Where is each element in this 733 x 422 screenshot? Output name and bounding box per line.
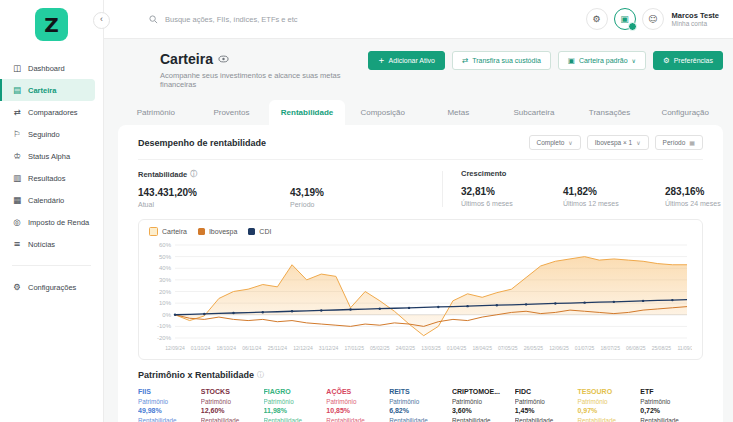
sidebar-item-status-alpha[interactable]: ♔Status Alpha <box>0 145 103 167</box>
stat-block: 143.431,20%Atual <box>138 186 290 209</box>
allocation-name: STOCKS <box>201 387 264 397</box>
filter-label: Período <box>663 139 686 146</box>
info-icon[interactable]: ⓘ <box>190 169 197 179</box>
tab-metas[interactable]: Metas <box>421 100 497 125</box>
eye-icon[interactable] <box>218 55 229 63</box>
sidebar-item-label: Resultados <box>28 174 66 183</box>
performance-chart: CarteiraIbovespaCDI 60%50%40%30%20%10%0%… <box>138 219 703 360</box>
legend-swatch <box>149 227 158 236</box>
legend-item-cdi[interactable]: CDI <box>248 228 271 235</box>
allocation-name: FIDC <box>515 387 578 397</box>
sidebar-item-noticias[interactable]: ≡Notícias <box>0 233 103 255</box>
stat-block: 283,16%Últimos 24 meses <box>665 185 723 208</box>
sidebar-collapse-button[interactable]: ‹ <box>93 12 110 29</box>
filter-completo[interactable]: Completo∨ <box>529 135 581 150</box>
legend-item-ibovespa[interactable]: Ibovespa <box>198 228 237 235</box>
stat-value: 283,16% <box>665 185 723 199</box>
search-input[interactable] <box>163 14 357 25</box>
svg-text:13/03/25: 13/03/25 <box>421 345 441 351</box>
header-button-adicionar-ativo[interactable]: +Adicionar Ativo <box>368 51 445 70</box>
app-root: Z ‹ ◫Dashboard▤Carteira⇄Comparadores⚐Seg… <box>0 0 733 422</box>
allocation-header: Patrimônio x Rentabilidade ⓘ <box>138 360 703 387</box>
svg-text:-10%: -10% <box>157 323 172 329</box>
info-icon[interactable]: ⓘ <box>257 370 264 380</box>
header-button-carteira-padrao[interactable]: ▣Carteira padrão∨ <box>558 51 646 70</box>
portfolio-icon-button[interactable]: ▣ <box>614 8 636 30</box>
app-logo[interactable]: Z <box>35 8 68 41</box>
tab-transacoes[interactable]: Transações <box>572 100 648 125</box>
legend-label: Ibovespa <box>209 228 237 235</box>
legend-item-carteira[interactable]: Carteira <box>149 227 187 236</box>
sidebar-item-imposto-de-renda[interactable]: ◎Imposto de Renda <box>0 211 103 233</box>
header-button-transfira-sua-custodia[interactable]: ⇄Transfira sua custódia <box>452 51 551 70</box>
patrimonio-label: Patrimônio <box>264 397 327 406</box>
notification-badge <box>628 22 637 31</box>
stat-block: 41,82%Últimos 12 meses <box>563 185 665 208</box>
header-button-label: Carteira padrão <box>579 57 628 64</box>
sidebar-item-seguindo[interactable]: ⚐Seguindo <box>0 123 103 145</box>
sidebar-item-carteira[interactable]: ▤Carteira <box>0 79 95 101</box>
svg-text:25/08/25: 25/08/25 <box>652 345 672 351</box>
tab-composicao[interactable]: Composição <box>345 100 421 125</box>
topbar-actions: ⚙▣☺ Marcos Teste Minha conta <box>586 8 719 30</box>
sidebar-item-label: Status Alpha <box>28 152 70 161</box>
header-button-label: Preferências <box>674 57 713 64</box>
allocation-name: CRIPTOMOE... <box>452 387 515 397</box>
filter-ibovespa-1[interactable]: Ibovespa × 1∨ <box>587 135 649 150</box>
svg-text:01/07/25: 01/07/25 <box>575 345 595 351</box>
allocation-title: Patrimônio x Rentabilidade <box>138 370 254 380</box>
sidebar-footer: ⚙Configurações <box>0 276 103 298</box>
rentabilidade-label: Rentabilidade <box>640 416 703 422</box>
svg-text:12/09/24: 12/09/24 <box>165 345 185 351</box>
status-alpha-icon: ♔ <box>12 151 22 161</box>
gear-icon-button[interactable]: ⚙ <box>586 8 608 30</box>
tab-configuracao[interactable]: Configuração <box>647 100 723 125</box>
allocation-item-reits: REITSPatrimônio6,82%Rentabilidade-69,08% <box>389 387 452 422</box>
wallet-icon: ▤ <box>12 85 22 95</box>
svg-text:18/10/24: 18/10/24 <box>216 345 236 351</box>
stat-caption: Período <box>290 200 442 209</box>
gear-icon: ⚙ <box>663 56 670 65</box>
sidebar-item-comparadores[interactable]: ⇄Comparadores <box>0 101 103 123</box>
rentabilidade-panel: Desempenho de rentabilidade Completo∨Ibo… <box>118 125 723 422</box>
patrimonio-value: 10,85% <box>326 406 389 416</box>
legend-label: Carteira <box>162 228 187 235</box>
header-button-preferencias[interactable]: ⚙Preferências <box>653 51 723 70</box>
sidebar-item-label: Calendário <box>28 196 64 205</box>
user-icon-button[interactable]: ☺ <box>642 8 664 30</box>
svg-text:31/12/24: 31/12/24 <box>319 345 339 351</box>
sidebar-item-dashboard[interactable]: ◫Dashboard <box>0 57 103 79</box>
sidebar-item-label: Notícias <box>28 240 55 249</box>
stat-caption: Atual <box>138 200 290 209</box>
stat-block: 43,19%Período <box>290 186 442 209</box>
stat-caption: Últimos 6 meses <box>461 199 563 208</box>
rentabilidade-label: Rentabilidade <box>515 416 578 422</box>
stats-divider <box>442 171 443 207</box>
calendar-icon: ▦ <box>689 139 695 146</box>
topbar: ⚙▣☺ Marcos Teste Minha conta <box>103 0 733 39</box>
allocation-name: TESOURO <box>577 387 640 397</box>
user-menu[interactable]: Marcos Teste Minha conta <box>672 11 719 28</box>
allocation-name: FIAGRO <box>264 387 327 397</box>
tab-rentabilidade[interactable]: Rentabilidade <box>269 100 345 125</box>
stats-row: Rentabilidade ⓘ 143.431,20%Atual43,19%Pe… <box>138 160 703 219</box>
sidebar: Z ‹ ◫Dashboard▤Carteira⇄Comparadores⚐Seg… <box>0 0 104 422</box>
sidebar-item-label: Carteira <box>28 86 56 95</box>
rentabilidade-label: Rentabilidade <box>326 416 389 422</box>
tab-proventos[interactable]: Proventos <box>194 100 270 125</box>
filter-periodo[interactable]: Período▦ <box>655 135 703 150</box>
svg-text:50%: 50% <box>159 254 172 260</box>
chevron-down-icon: ∨ <box>636 139 640 146</box>
tab-subcarteira[interactable]: Subcarteira <box>496 100 572 125</box>
tab-bar: PatrimônioProventosRentabilidadeComposiç… <box>118 100 723 125</box>
user-icon: ☺ <box>648 14 657 24</box>
allocation-item-etf: ETFPatrimônio0,72%Rentabilidade66,74% <box>640 387 703 422</box>
tab-patrimonio[interactable]: Patrimônio <box>118 100 194 125</box>
chevron-down-icon: ∨ <box>568 139 572 146</box>
sidebar-item-calendario[interactable]: ▦Calendário <box>0 189 103 211</box>
stat-value: 43,19% <box>290 186 442 200</box>
sidebar-item-resultados[interactable]: ▥Resultados <box>0 167 103 189</box>
user-subtitle: Minha conta <box>672 20 719 28</box>
crescimento-stats: 32,81%Últimos 6 meses41,82%Últimos 12 me… <box>461 185 723 208</box>
sidebar-item-configuracoes[interactable]: ⚙Configurações <box>0 276 103 298</box>
